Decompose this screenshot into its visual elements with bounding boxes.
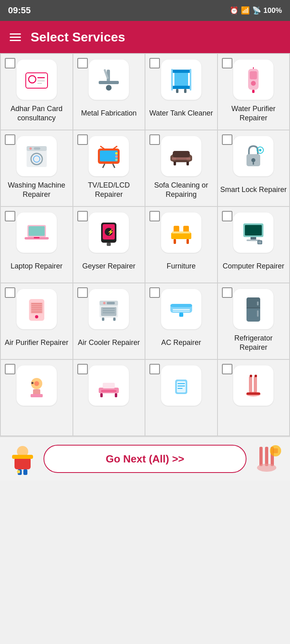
checkbox-sofa[interactable] bbox=[149, 134, 160, 145]
svg-point-18 bbox=[251, 81, 256, 86]
time: 09:55 bbox=[8, 5, 31, 16]
service-water-tank[interactable]: Water Tank Cleaner bbox=[145, 54, 217, 130]
service-washing-machine[interactable]: Washing Machine Repairer bbox=[1, 130, 72, 206]
svg-rect-60 bbox=[174, 239, 176, 244]
checkbox-adhar[interactable] bbox=[5, 58, 15, 68]
service-geyser[interactable]: ⚡ Geyser Repairer bbox=[73, 207, 145, 283]
checkbox-ac[interactable] bbox=[149, 287, 160, 298]
svg-rect-6 bbox=[99, 81, 119, 84]
svg-rect-124 bbox=[259, 447, 263, 466]
bottom-bar: Go Next (All) >> bbox=[0, 436, 290, 481]
bottom2-icon bbox=[89, 365, 129, 406]
service-label: Water Purifier Repairer bbox=[220, 104, 287, 123]
service-label: Refrigerator Repairer bbox=[220, 333, 287, 353]
service-furniture[interactable]: Furniture bbox=[145, 207, 217, 283]
svg-rect-65 bbox=[251, 237, 256, 239]
checkbox-water-purifier[interactable] bbox=[222, 58, 232, 68]
metal-fab-icon bbox=[89, 60, 129, 100]
svg-rect-108 bbox=[177, 381, 186, 392]
service-bottom2[interactable] bbox=[73, 360, 145, 436]
laptop-icon bbox=[17, 213, 57, 253]
svg-rect-17 bbox=[250, 71, 257, 79]
svg-rect-12 bbox=[171, 69, 173, 91]
svg-rect-95 bbox=[257, 301, 259, 305]
service-bottom3[interactable] bbox=[145, 360, 217, 436]
service-label: Geyser Repairer bbox=[82, 257, 135, 276]
checkbox-smart-lock[interactable] bbox=[222, 134, 232, 145]
svg-point-34 bbox=[115, 155, 118, 158]
service-label: Washing Machine Repairer bbox=[3, 180, 70, 200]
page-title: Select Services bbox=[31, 30, 125, 45]
checkbox-bottom3[interactable] bbox=[149, 364, 160, 374]
svg-rect-105 bbox=[100, 393, 103, 397]
svg-point-33 bbox=[115, 152, 118, 155]
service-label: Air Cooler Repairer bbox=[78, 333, 140, 353]
svg-line-30 bbox=[113, 164, 115, 168]
checkbox-air-cooler[interactable] bbox=[77, 287, 88, 298]
svg-text:⚡: ⚡ bbox=[107, 229, 114, 235]
checkbox-bottom4[interactable] bbox=[222, 364, 232, 374]
air-cooler-icon bbox=[89, 289, 129, 329]
services-grid: Adhar Pan Card consultancy Metal Fabrica… bbox=[0, 53, 290, 436]
washing-machine-icon bbox=[17, 136, 57, 176]
checkbox-tv[interactable] bbox=[77, 134, 88, 145]
status-bar: 09:55 ⏰ 📶 📡 100% bbox=[0, 0, 290, 21]
service-water-purifier[interactable]: Water Purifier Repairer bbox=[218, 54, 290, 130]
checkbox-computer[interactable] bbox=[222, 211, 232, 221]
battery-icon: 100% bbox=[263, 6, 282, 15]
svg-rect-41 bbox=[186, 161, 189, 165]
service-sofa[interactable]: Sofa Cleaning or Repairing bbox=[145, 130, 217, 206]
service-label: Air Purifier Repairer bbox=[5, 333, 68, 353]
service-tv[interactable]: TV/LED/LCD Repairer bbox=[73, 130, 145, 206]
svg-rect-51 bbox=[34, 237, 39, 238]
svg-rect-57 bbox=[171, 233, 191, 239]
checkbox-metal[interactable] bbox=[77, 58, 88, 68]
svg-rect-119 bbox=[14, 457, 31, 469]
service-label: Adhar Pan Card consultancy bbox=[3, 104, 70, 123]
svg-point-44 bbox=[251, 158, 255, 162]
svg-rect-42 bbox=[172, 157, 191, 160]
service-metal-fabrication[interactable]: Metal Fabrication bbox=[73, 54, 145, 130]
svg-point-100 bbox=[34, 381, 39, 386]
checkbox-water-tank[interactable] bbox=[149, 58, 160, 68]
service-ac[interactable]: AC Repairer bbox=[145, 283, 217, 359]
checkbox-bottom1[interactable] bbox=[5, 364, 15, 374]
checkbox-furniture[interactable] bbox=[149, 211, 160, 221]
svg-rect-40 bbox=[174, 161, 176, 165]
computer-icon bbox=[233, 213, 273, 253]
service-laptop[interactable]: Laptop Repairer bbox=[1, 207, 72, 283]
service-adhar-pan-card[interactable]: Adhar Pan Card consultancy bbox=[1, 54, 72, 130]
checkbox-geyser[interactable] bbox=[77, 211, 88, 221]
wifi-icon: 📶 bbox=[241, 6, 250, 15]
checkbox-air-purifier[interactable] bbox=[5, 287, 15, 298]
svg-rect-122 bbox=[23, 469, 27, 475]
menu-button[interactable] bbox=[10, 33, 21, 41]
header: Select Services bbox=[0, 21, 290, 53]
svg-point-83 bbox=[103, 302, 106, 304]
svg-rect-129 bbox=[273, 448, 278, 453]
service-label: AC Repairer bbox=[161, 333, 201, 353]
service-air-purifier[interactable]: Air Purifier Repairer bbox=[1, 283, 72, 359]
svg-rect-56 bbox=[107, 243, 111, 246]
checkbox-refrigerator[interactable] bbox=[222, 287, 232, 298]
svg-rect-64 bbox=[245, 225, 262, 235]
svg-rect-91 bbox=[179, 313, 183, 317]
ac-icon bbox=[161, 289, 201, 329]
service-label: Water Tank Cleaner bbox=[149, 104, 213, 123]
service-computer[interactable]: Computer Repairer bbox=[218, 207, 290, 283]
svg-rect-13 bbox=[190, 69, 191, 91]
service-bottom4[interactable] bbox=[218, 360, 290, 436]
go-next-button[interactable]: Go Next (All) >> bbox=[44, 445, 246, 473]
service-bottom1[interactable] bbox=[1, 360, 72, 436]
checkbox-laptop[interactable] bbox=[5, 211, 15, 221]
svg-rect-117 bbox=[255, 375, 257, 377]
smart-lock-icon bbox=[233, 136, 273, 176]
service-refrigerator[interactable]: Refrigerator Repairer bbox=[218, 283, 290, 359]
checkbox-washing[interactable] bbox=[5, 134, 15, 145]
service-smart-lock[interactable]: Smart Lock Repairer bbox=[218, 130, 290, 206]
svg-rect-88 bbox=[170, 304, 192, 307]
checkbox-bottom2[interactable] bbox=[77, 364, 88, 374]
alarm-icon: ⏰ bbox=[230, 6, 238, 15]
svg-point-47 bbox=[259, 149, 261, 151]
service-air-cooler[interactable]: Air Cooler Repairer bbox=[73, 283, 145, 359]
